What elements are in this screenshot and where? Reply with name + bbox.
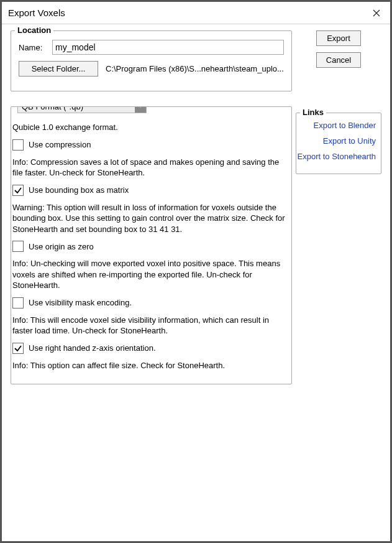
use-bounding-label: Use bounding box as matrix	[29, 185, 129, 196]
use-bounding-info: Warning: This option will result in loss…	[12, 202, 290, 235]
use-compression-info: Info: Compression saves a lot of space a…	[12, 157, 290, 179]
use-rh-row: Use right handed z-axis orientation.	[12, 343, 290, 354]
use-bounding-row: Use bounding box as matrix	[12, 185, 290, 196]
titlebar: Export Voxels	[2, 2, 390, 24]
chevron-down-icon	[135, 106, 146, 113]
format-select-text: QB Format (*.qb)	[18, 106, 135, 111]
format-select-wrap: QB Format (*.qb)	[15, 106, 149, 113]
name-row: Name:	[19, 40, 284, 55]
use-origin-checkbox[interactable]	[12, 241, 24, 252]
close-icon	[373, 9, 380, 17]
location-group: Location Name: Select Folder... C:\Progr…	[11, 30, 292, 91]
content: Location Name: Select Folder... C:\Progr…	[2, 24, 390, 541]
sidebar: Export Cancel Links Export to Blender Ex…	[296, 30, 381, 532]
select-folder-button[interactable]: Select Folder...	[19, 61, 98, 77]
links-inner: Export to Blender Export to Unity Export…	[296, 113, 381, 174]
name-input[interactable]	[52, 40, 284, 55]
use-bounding-checkbox[interactable]	[12, 185, 24, 196]
window-title: Export Voxels	[8, 7, 65, 18]
location-legend: Location	[15, 26, 53, 35]
format-select[interactable]: QB Format (*.qb)	[17, 106, 147, 113]
use-origin-row: Use origin as zero	[12, 241, 290, 252]
use-vismask-checkbox[interactable]	[12, 297, 24, 309]
use-compression-row: Use compression	[12, 139, 290, 151]
format-options: Qubicle 1.0 exchange format. Use compres…	[11, 122, 291, 384]
link-unity[interactable]: Export to Unity	[296, 136, 376, 146]
use-compression-checkbox[interactable]	[12, 139, 24, 151]
use-vismask-row: Use visibility mask encoding.	[12, 297, 290, 309]
main-panel: Location Name: Select Folder... C:\Progr…	[11, 30, 292, 532]
link-blender[interactable]: Export to Blender	[296, 121, 376, 130]
use-origin-info: Info: Un-checking will move exported vox…	[12, 258, 290, 291]
use-rh-info: Info: This option can affect file size. …	[12, 360, 290, 371]
use-vismask-info: Info: This will encode voxel side visibi…	[12, 315, 290, 336]
use-origin-label: Use origin as zero	[29, 241, 94, 253]
format-desc: Qubicle 1.0 exchange format.	[12, 122, 290, 133]
use-rh-label: Use right handed z-axis orientation.	[29, 343, 156, 354]
format-group: QB Format (*.qb) Qubicle 1.0 exchange fo…	[11, 106, 292, 384]
link-stonehearth[interactable]: Export to Stonehearth	[296, 152, 376, 161]
use-compression-label: Use compression	[29, 139, 91, 151]
links-legend: Links	[300, 108, 326, 117]
links-group: Links Export to Blender Export to Unity …	[296, 113, 381, 174]
use-rh-checkbox[interactable]	[12, 343, 24, 354]
close-button[interactable]	[363, 2, 390, 24]
folder-path: C:\Program Files (x86)\S...nehearth\stea…	[106, 64, 284, 73]
folder-row: Select Folder... C:\Program Files (x86)\…	[19, 61, 284, 77]
export-button[interactable]: Export	[316, 30, 361, 46]
export-dialog: Export Voxels Location Name: Select Fold…	[1, 1, 391, 542]
use-vismask-label: Use visibility mask encoding.	[29, 297, 132, 309]
cancel-button[interactable]: Cancel	[316, 52, 361, 68]
name-label: Name:	[19, 43, 46, 52]
